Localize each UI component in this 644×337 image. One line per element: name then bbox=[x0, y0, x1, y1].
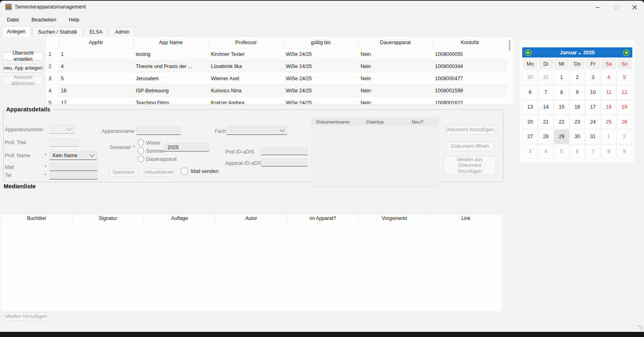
apparatsname-input[interactable] bbox=[136, 126, 181, 135]
calendar-day[interactable]: 9 bbox=[570, 85, 585, 100]
cell[interactable]: 4 bbox=[59, 60, 133, 73]
calendar-day[interactable]: 26 bbox=[616, 115, 632, 130]
documents-table[interactable]: DokumentnameDateitypNeu? bbox=[311, 117, 439, 188]
cell[interactable]: WiSe 24/25 bbox=[284, 97, 358, 105]
table-row[interactable]: 416ISP-BetreuungKulovics NinaWiSe 24/25N… bbox=[48, 85, 507, 97]
calendar-day[interactable]: 22 bbox=[554, 115, 570, 130]
calendar-day[interactable]: 31 bbox=[585, 129, 601, 144]
calendar-day[interactable]: 19 bbox=[616, 100, 632, 115]
calendar-day[interactable]: 27 bbox=[522, 129, 538, 144]
tab-admin[interactable]: Admin bbox=[109, 27, 135, 37]
tel-input[interactable] bbox=[49, 171, 97, 179]
menu-item-datei[interactable]: Datei bbox=[6, 16, 19, 24]
dokument-oeffnen-button[interactable]: Dokument öffnen bbox=[446, 142, 494, 151]
calendar-day[interactable]: 10 bbox=[585, 85, 601, 100]
speichern-button[interactable]: Speichern bbox=[109, 168, 138, 177]
calendar-day[interactable]: 3 bbox=[522, 144, 538, 159]
calendar-day[interactable]: 7 bbox=[585, 144, 601, 159]
prof-name-combobox[interactable]: Kein Name bbox=[49, 151, 97, 160]
minimize-button[interactable] bbox=[588, 1, 607, 14]
cell[interactable]: 1008000477 bbox=[433, 73, 508, 85]
cell[interactable]: Teaching Films bbox=[133, 97, 209, 105]
table-scrollbar[interactable] bbox=[509, 40, 511, 51]
sidebar-button-auswahl-abbrechen[interactable]: Auswahl abbrechen bbox=[3, 76, 43, 85]
table-row[interactable]: 517Teaching FilmsKratzer AndreaWiSe 24/2… bbox=[48, 97, 507, 105]
medien-aus-dokument-button[interactable]: Medien aus Dokument hinzufügen bbox=[444, 156, 496, 175]
calendar-day[interactable]: 24 bbox=[585, 115, 601, 130]
calendar-day[interactable]: 1 bbox=[554, 70, 570, 85]
calendar-day[interactable]: 2 bbox=[616, 129, 632, 144]
close-button[interactable] bbox=[625, 1, 644, 14]
cell[interactable]: WiSe 24/25 bbox=[284, 73, 358, 85]
calendar-day[interactable]: 1 bbox=[601, 129, 616, 144]
menu-item-help[interactable]: Help bbox=[68, 16, 80, 24]
calendar-day[interactable]: 15 bbox=[554, 100, 570, 115]
menu-item-bearbeiten[interactable]: Bearbeiten bbox=[31, 16, 57, 24]
cell[interactable]: Nein bbox=[358, 73, 433, 85]
table-row[interactable]: 11testingKirchner TesterWiSe 24/25Nein10… bbox=[48, 48, 507, 60]
calendar-day[interactable]: 28 bbox=[538, 129, 554, 144]
calendar-day[interactable]: 17 bbox=[585, 100, 601, 115]
calendar-day[interactable]: 9 bbox=[616, 144, 632, 159]
cell[interactable]: 17 bbox=[59, 97, 133, 105]
table-row[interactable]: 24Theorie und Praxis der ...Lüsebrink Il… bbox=[48, 60, 507, 73]
cell[interactable]: Theorie und Praxis der ... bbox=[133, 60, 209, 73]
maximize-button[interactable] bbox=[607, 1, 625, 14]
calendar-day[interactable]: 2 bbox=[570, 70, 585, 85]
cell[interactable]: Wiemer Axel bbox=[209, 73, 284, 85]
calendar-day[interactable]: 4 bbox=[538, 144, 554, 159]
dokument-hinzufuegen-button[interactable]: Dokument hinzufügen bbox=[444, 125, 496, 134]
cell[interactable]: WiSe 24/25 bbox=[284, 85, 358, 97]
calendar-day[interactable]: 18 bbox=[601, 100, 616, 115]
calendar-day[interactable]: 7 bbox=[538, 85, 554, 100]
winter-radio[interactable] bbox=[138, 139, 144, 146]
calendar-day[interactable]: 5 bbox=[616, 70, 632, 85]
calendar-day[interactable]: 8 bbox=[554, 85, 570, 100]
cell[interactable]: Nein bbox=[358, 85, 433, 97]
cell[interactable]: 16 bbox=[59, 85, 133, 97]
dauerapparat-radio[interactable] bbox=[138, 156, 144, 162]
calendar-day[interactable]: 21 bbox=[538, 115, 554, 130]
calendar-day[interactable]: 8 bbox=[601, 144, 616, 159]
fach-combobox[interactable] bbox=[227, 126, 287, 135]
medien-hinzufuegen-button[interactable]: Medien hinzufügen bbox=[3, 313, 49, 320]
calendar-day[interactable]: 20 bbox=[522, 115, 538, 130]
cell[interactable]: 1008001599 bbox=[433, 85, 508, 97]
cell[interactable]: 1008000055 bbox=[433, 48, 508, 60]
semester-year-input[interactable]: 2025 bbox=[164, 143, 209, 151]
calendar-month-year[interactable]: Januar 2025 bbox=[560, 49, 595, 55]
apparat-id-adis-input[interactable] bbox=[261, 159, 308, 166]
calendar-day[interactable]: 25 bbox=[601, 115, 616, 130]
cell[interactable]: Nein bbox=[358, 97, 433, 105]
cell[interactable]: Kratzer Andrea bbox=[209, 97, 284, 105]
cell[interactable]: WiSe 24/25 bbox=[284, 60, 358, 73]
mail-input[interactable] bbox=[49, 163, 97, 171]
cell[interactable]: ISP-Betreuung bbox=[133, 85, 209, 97]
calendar-prev-icon[interactable] bbox=[525, 49, 532, 56]
prof-id-adis-input[interactable] bbox=[261, 147, 308, 155]
cell[interactable]: testing bbox=[133, 48, 209, 60]
cell[interactable]: Jerusalem bbox=[133, 73, 209, 85]
cell[interactable]: Nein bbox=[358, 48, 433, 60]
calendar-day[interactable]: 30 bbox=[522, 70, 538, 85]
resize-grip-icon[interactable] bbox=[637, 325, 642, 331]
cell[interactable]: 5 bbox=[59, 73, 133, 85]
calendar-day[interactable]: 13 bbox=[522, 100, 538, 115]
calendar-day[interactable]: 5 bbox=[554, 144, 570, 159]
calendar-day[interactable]: 6 bbox=[570, 144, 585, 159]
mail-senden-checkbox[interactable] bbox=[181, 168, 188, 175]
calendar-day[interactable]: 30 bbox=[570, 129, 585, 144]
tab-anlegen[interactable]: Anlegen bbox=[1, 26, 31, 37]
medienliste-body[interactable] bbox=[1, 222, 502, 311]
calendar-day[interactable]: 16 bbox=[570, 100, 585, 115]
cell[interactable]: WiSe 24/25 bbox=[284, 48, 358, 60]
calendar-month-label[interactable]: Januar bbox=[560, 49, 577, 55]
calendar-day[interactable]: 3 bbox=[585, 70, 601, 85]
calendar-day[interactable]: 14 bbox=[538, 100, 554, 115]
cell[interactable]: Kulovics Nina bbox=[209, 85, 284, 97]
calendar-day[interactable]: 6 bbox=[522, 85, 538, 100]
calendar-day[interactable]: 11 bbox=[601, 85, 616, 100]
calendar-day[interactable]: 4 bbox=[601, 70, 616, 85]
calendar-day[interactable]: 12 bbox=[616, 85, 632, 100]
cell[interactable]: 1 bbox=[59, 48, 133, 60]
